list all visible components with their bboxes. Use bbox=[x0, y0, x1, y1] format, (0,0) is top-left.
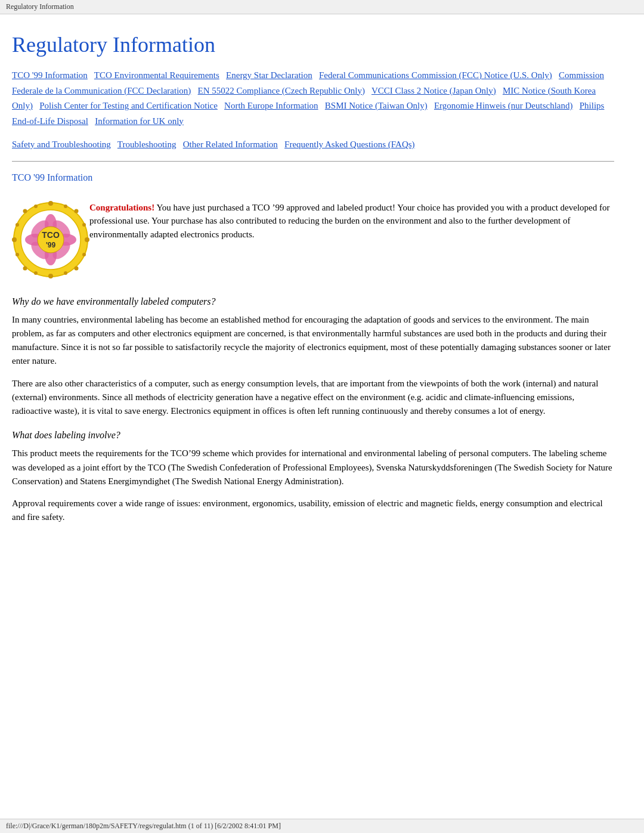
svg-point-11 bbox=[16, 253, 19, 256]
nav-link-tcoenv[interactable]: TCO Environmental Requirements bbox=[94, 70, 219, 80]
nav-link-vcci[interactable]: VCCI Class 2 Notice (Japan Only) bbox=[371, 86, 496, 95]
svg-text:'99: '99 bbox=[46, 241, 56, 249]
svg-point-5 bbox=[23, 209, 27, 213]
para-why-2: There are also other characteristics of … bbox=[12, 377, 614, 419]
svg-point-8 bbox=[75, 266, 79, 270]
svg-point-1 bbox=[48, 201, 53, 206]
nav-link-ergonomie[interactable]: Ergonomie Hinweis (nur Deutschland) bbox=[434, 101, 573, 110]
nav-link-faqs[interactable]: Frequently Asked Questions (FAQs) bbox=[284, 140, 414, 149]
para-labeling-1: This product meets the requirements for … bbox=[12, 447, 614, 488]
svg-point-9 bbox=[16, 223, 19, 227]
svg-point-13 bbox=[34, 205, 38, 208]
svg-point-2 bbox=[48, 274, 53, 278]
nav-link-northeurope[interactable]: North Europe Information bbox=[224, 101, 318, 110]
svg-point-4 bbox=[85, 237, 89, 242]
nav-link-en55022[interactable]: EN 55022 Compliance (Czech Republic Only… bbox=[198, 86, 365, 95]
nav-link-ukinfo[interactable]: Information for UK only bbox=[95, 116, 184, 126]
nav-link-other[interactable]: Other Related Information bbox=[183, 140, 278, 149]
tco99-section-title: TCO '99 Information bbox=[12, 172, 614, 183]
browser-tab-title: Regulatory Information bbox=[6, 2, 74, 11]
tco-congrats-text: Congratulations! You have just purchased… bbox=[89, 201, 614, 241]
svg-point-15 bbox=[34, 271, 38, 275]
page-title: Regulatory Information bbox=[12, 32, 614, 57]
svg-point-10 bbox=[82, 223, 86, 227]
nav-links-row2: Safety and Troubleshooting Troubleshooti… bbox=[12, 137, 614, 153]
para-labeling-2: Approval requirements cover a wide range… bbox=[12, 497, 614, 525]
svg-point-16 bbox=[64, 271, 67, 275]
section-divider bbox=[12, 161, 614, 162]
nav-link-bsmi[interactable]: BSMI Notice (Taiwan Only) bbox=[325, 101, 428, 110]
nav-link-energystar[interactable]: Energy Star Declaration bbox=[226, 70, 312, 80]
browser-tab-bar: Regulatory Information bbox=[0, 0, 644, 14]
tco-intro-body: You have just purchased a TCO ’99 approv… bbox=[89, 203, 609, 239]
svg-point-12 bbox=[82, 253, 86, 256]
nav-link-fcc[interactable]: Federal Communications Commission (FCC) … bbox=[319, 70, 552, 80]
subheading-labeling: What does labeling involve? bbox=[12, 430, 614, 441]
subheading-why: Why do we have environmentally labeled c… bbox=[12, 296, 614, 307]
svg-point-6 bbox=[75, 209, 79, 213]
svg-point-14 bbox=[64, 205, 67, 208]
svg-point-3 bbox=[12, 237, 17, 242]
svg-point-7 bbox=[23, 266, 27, 270]
nav-links-row1: TCO '99 Information TCO Environmental Re… bbox=[12, 68, 614, 129]
svg-text:TCO: TCO bbox=[42, 230, 60, 240]
para-why-1: In many countries, environmental labelin… bbox=[12, 313, 614, 368]
nav-link-tco99[interactable]: TCO '99 Information bbox=[12, 70, 88, 80]
nav-link-polish[interactable]: Polish Center for Testing and Certificat… bbox=[39, 101, 218, 110]
tco-logo: TCO '99 bbox=[12, 201, 89, 278]
nav-link-safety[interactable]: Safety and Troubleshooting bbox=[12, 140, 111, 149]
nav-link-troubleshooting[interactable]: Troubleshooting bbox=[117, 140, 177, 149]
congrats-label: Congratulations! bbox=[89, 203, 154, 212]
tco-intro-block: TCO '99 Congratulations! You have just p… bbox=[12, 201, 614, 278]
